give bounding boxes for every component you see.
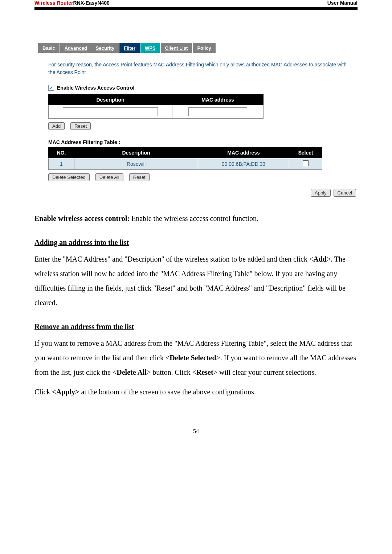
- col-no: NO.: [49, 148, 74, 158]
- enable-access-control-row: ✓ Enable Wireless Access Control: [48, 85, 358, 91]
- header-rule: [34, 7, 358, 10]
- col-mac2: MAC address: [198, 148, 289, 158]
- cell-desc: Rosewill: [74, 158, 198, 170]
- col-description: Description: [49, 95, 172, 105]
- tab-advanced[interactable]: Advanced: [60, 43, 91, 53]
- enable-paragraph: Enable wireless access control: Enable t…: [34, 211, 358, 226]
- adding-text-a: Enter the "MAC Address" and "Description…: [34, 255, 313, 263]
- apply-paragraph: Click <Apply> at the bottom of the scree…: [34, 385, 358, 399]
- doc-header: Wireless RouterRNX-EasyN400 User Manual: [34, 0, 358, 7]
- page-number: 54: [34, 428, 358, 435]
- tab-client-list[interactable]: Client List: [161, 43, 192, 53]
- enable-access-control-label: Enable Wireless Access Control: [57, 85, 134, 91]
- remove-delsel-bold: Delete Selected: [170, 354, 216, 362]
- enable-access-control-checkbox[interactable]: ✓: [48, 85, 54, 91]
- reset-button[interactable]: Reset: [70, 122, 91, 130]
- cell-mac: 00:09:6B:FA:DD:33: [198, 158, 289, 170]
- tab-wps[interactable]: WPS: [140, 43, 160, 53]
- tab-bar: Basic Advanced Security Filter WPS Clien…: [38, 43, 358, 53]
- remove-text-g: > will clear your current selections.: [213, 368, 316, 376]
- tab-filter[interactable]: Filter: [119, 43, 140, 53]
- router-ui-figure: Basic Advanced Security Filter WPS Clien…: [34, 43, 358, 197]
- apply-button[interactable]: Apply: [311, 189, 331, 197]
- remove-delall-bold: Delete All: [117, 368, 147, 376]
- table-row: 1 Rosewill 00:09:6B:FA:DD:33: [49, 158, 322, 170]
- tab-policy[interactable]: Policy: [193, 43, 215, 53]
- adding-paragraph: Enter the "MAC Address" and "Description…: [34, 252, 358, 310]
- heading-remove: Remove an address from the list: [34, 319, 358, 334]
- adding-add-bold: Add: [313, 255, 327, 263]
- tab-security[interactable]: Security: [91, 43, 119, 53]
- product-rest: RNX-EasyN400: [73, 0, 109, 6]
- tab-basic[interactable]: Basic: [38, 43, 60, 53]
- apply-bold: <Apply>: [52, 388, 79, 396]
- row-select-checkbox[interactable]: [303, 160, 309, 166]
- cancel-button[interactable]: Cancel: [334, 189, 356, 197]
- product-line: Wireless RouterRNX-EasyN400: [34, 0, 110, 6]
- add-entry-table: Description MAC address: [48, 94, 264, 119]
- col-mac: MAC address: [172, 95, 264, 105]
- remove-text-e: > button. Click <: [147, 368, 196, 376]
- add-button[interactable]: Add: [48, 122, 65, 130]
- product-red: Wireless Router: [34, 0, 73, 6]
- remove-reset-bold: Reset: [196, 368, 213, 376]
- reset-button-2[interactable]: Reset: [129, 173, 150, 181]
- enable-label: Enable wireless access control:: [34, 214, 130, 222]
- col-description2: Description: [74, 148, 198, 158]
- mac-input[interactable]: [188, 107, 247, 116]
- delete-all-button[interactable]: Delete All: [95, 173, 123, 181]
- cell-no: 1: [49, 158, 74, 170]
- remove-paragraph: If you want to remove a MAC address from…: [34, 336, 358, 379]
- col-select: Select: [289, 148, 322, 158]
- document-body: Enable wireless access control: Enable t…: [34, 211, 358, 399]
- enable-desc: Enable the wireless access control funct…: [130, 214, 258, 222]
- delete-selected-button[interactable]: Delete Selected: [48, 173, 90, 181]
- description-input[interactable]: [63, 107, 158, 116]
- heading-adding: Adding an address into the list: [34, 235, 358, 250]
- filtering-table: NO. Description MAC address Select 1 Ros…: [48, 147, 322, 170]
- apply-text-a: Click: [34, 388, 52, 396]
- filtering-table-heading: MAC Address Filtering Table :: [48, 139, 358, 145]
- apply-text-c: at the bottom of the screen to save the …: [79, 388, 256, 396]
- filter-intro-text: For security reason, the Access Point fe…: [48, 61, 354, 76]
- user-manual-label: User Manual: [327, 0, 358, 6]
